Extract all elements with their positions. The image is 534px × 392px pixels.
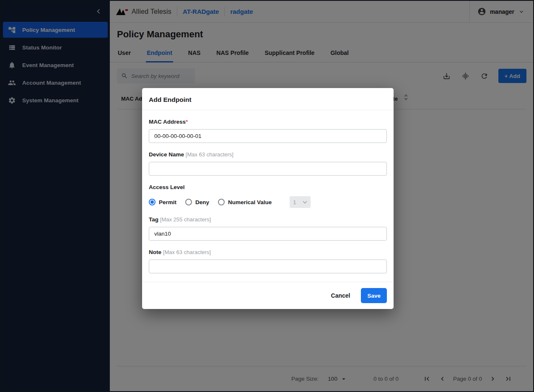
chevron-down-icon <box>303 201 307 204</box>
note-label: Note <box>149 249 161 255</box>
mac-address-label: MAC Address <box>149 119 186 125</box>
mac-address-input[interactable] <box>149 129 387 143</box>
radio-permit-label: Permit <box>159 199 176 205</box>
radio-numerical-value[interactable]: Numerical Value <box>218 199 272 205</box>
note-field-group: Note [Max 63 characters] <box>149 249 387 273</box>
radio-permit[interactable]: Permit <box>149 199 176 205</box>
tag-field-group: Tag [Max 255 characters] <box>149 216 387 241</box>
note-input[interactable] <box>149 260 387 273</box>
modal-body: MAC Address* Device Name [Max 63 charact… <box>142 110 394 273</box>
modal-title: Add Endpoint <box>149 96 192 103</box>
device-name-field-group: Device Name [Max 63 characters] <box>149 151 387 176</box>
access-level-label: Access Level <box>149 184 185 190</box>
cancel-button[interactable]: Cancel <box>331 292 350 299</box>
radio-deny[interactable]: Deny <box>185 199 209 205</box>
required-asterisk: * <box>186 119 188 125</box>
access-level-field-group: Access Level Permit Deny Numerical Value <box>149 184 387 208</box>
device-name-label: Device Name <box>149 151 184 158</box>
add-endpoint-modal: Add Endpoint MAC Address* Device Name [M… <box>142 88 394 309</box>
radio-dot-icon <box>185 199 192 205</box>
numerical-value-select[interactable]: 1 <box>290 196 311 208</box>
numerical-value-selected: 1 <box>293 199 296 205</box>
note-hint: [Max 63 characters] <box>163 249 211 255</box>
tag-hint: [Max 255 characters] <box>160 216 211 223</box>
device-name-hint: [Max 63 characters] <box>186 151 233 158</box>
radio-dot-icon <box>218 199 225 205</box>
tag-label: Tag <box>149 216 158 223</box>
tag-input[interactable] <box>149 227 387 241</box>
app-window: Policy Management Status Monitor Event M… <box>0 0 534 392</box>
modal-footer: Cancel Save <box>142 282 394 309</box>
radio-numerical-value-label: Numerical Value <box>228 199 272 205</box>
device-name-input[interactable] <box>149 162 387 176</box>
radio-dot-icon <box>149 199 156 205</box>
modal-header: Add Endpoint <box>142 88 394 110</box>
radio-deny-label: Deny <box>195 199 209 205</box>
save-button[interactable]: Save <box>361 288 387 303</box>
mac-address-field-group: MAC Address* <box>149 119 387 143</box>
